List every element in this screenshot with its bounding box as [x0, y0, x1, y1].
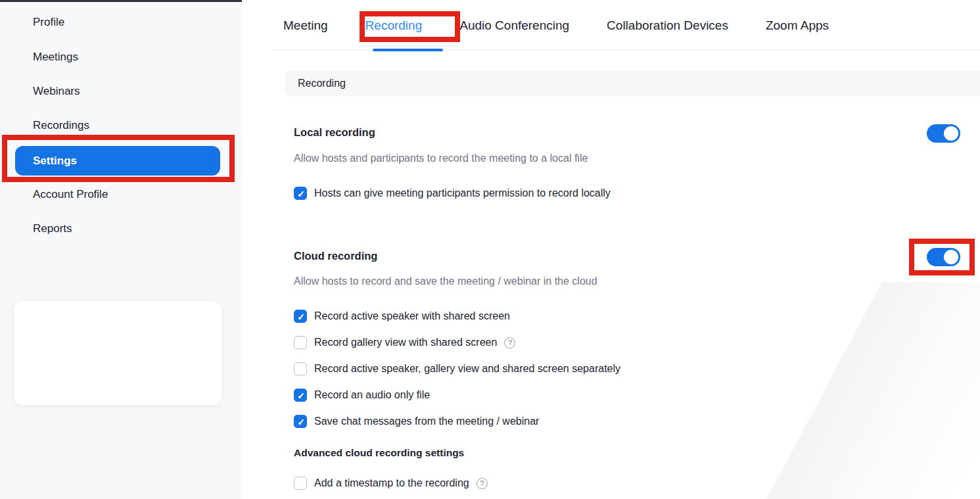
tab-meeting[interactable]: Meeting: [283, 18, 328, 33]
advanced-cloud-recording-settings-title: Advanced cloud recording settings: [294, 447, 464, 459]
help-icon[interactable]: ?: [477, 478, 488, 489]
local-recording-title: Local recording: [294, 126, 375, 139]
tab-audio-conferencing[interactable]: Audio Conferencing: [459, 18, 569, 33]
checkbox-add-timestamp[interactable]: [294, 477, 307, 490]
active-tab-underline: [373, 49, 443, 51]
sidebar: Profile Meetings Webinars Recordings Set…: [0, 0, 242, 499]
sidebar-item-profile[interactable]: Profile: [33, 14, 64, 31]
option-row: Save chat messages from the meeting / we…: [294, 414, 539, 429]
tab-collaboration-devices[interactable]: Collaboration Devices: [607, 18, 728, 33]
tab-recording[interactable]: Recording: [365, 18, 423, 33]
help-links-card: Attend Live Training Video Tutorials Kno…: [14, 301, 222, 405]
section-header-recording: Recording: [285, 70, 980, 97]
sidebar-item-meetings[interactable]: Meetings: [33, 49, 78, 66]
local-recording-description: Allow hosts and participants to record t…: [294, 153, 588, 164]
sidebar-item-account-profile[interactable]: Account Profile: [33, 186, 108, 203]
checkbox-record-audio-only[interactable]: [294, 389, 307, 402]
option-row: Add a timestamp to the recording ?: [294, 476, 488, 490]
sidebar-item-settings[interactable]: Settings: [15, 146, 220, 176]
checkbox-hosts-can-give-permission[interactable]: [294, 187, 307, 200]
checkbox-record-gallery-view-shared-screen[interactable]: [294, 336, 307, 349]
option-label: Save chat messages from the meeting / we…: [314, 416, 539, 427]
settings-tab-bar: Meeting Recording Audio Conferencing Col…: [283, 18, 829, 33]
option-label: Hosts can give meeting participants perm…: [314, 187, 611, 199]
option-row: Record active speaker with shared screen: [294, 309, 510, 323]
option-label: Record an audio only file: [314, 389, 430, 401]
option-row: Record gallery view with shared screen ?: [294, 335, 515, 350]
checkbox-save-chat-messages[interactable]: [294, 415, 307, 428]
checkbox-record-active-speaker-shared-screen[interactable]: [294, 310, 307, 323]
option-label: Record active speaker, gallery view and …: [314, 363, 620, 375]
sidebar-item-webinars[interactable]: Webinars: [33, 83, 80, 100]
background-graphic: [704, 282, 980, 499]
sidebar-item-reports[interactable]: Reports: [33, 220, 72, 237]
help-icon[interactable]: ?: [504, 337, 515, 348]
option-label: Add a timestamp to the recording: [314, 477, 469, 489]
toggle-knob: [944, 250, 958, 264]
cloud-recording-toggle[interactable]: [927, 248, 960, 266]
cloud-recording-description: Allow hosts to record and save the meeti…: [294, 275, 597, 287]
toggle-knob: [944, 126, 958, 141]
option-row: Hosts can give meeting participants perm…: [294, 186, 611, 201]
cloud-recording-title: Cloud recording: [294, 250, 377, 262]
option-row: Record active speaker, gallery view and …: [294, 362, 620, 376]
checkbox-record-separately[interactable]: [294, 362, 307, 375]
local-recording-toggle[interactable]: [927, 124, 960, 143]
sidebar-item-recordings[interactable]: Recordings: [33, 117, 89, 134]
option-label: Record gallery view with shared screen: [314, 337, 497, 348]
option-row: Record an audio only file: [294, 388, 430, 402]
tab-zoom-apps[interactable]: Zoom Apps: [766, 18, 829, 33]
option-label: Record active speaker with shared screen: [314, 310, 510, 322]
